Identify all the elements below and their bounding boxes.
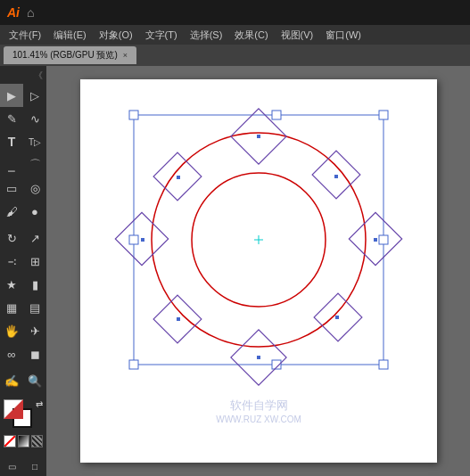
mesh-tool[interactable]: ▦ xyxy=(0,296,23,319)
tool-row-bottom: ▭ □ xyxy=(0,455,46,476)
touch-type-tool[interactable]: T▷ xyxy=(23,130,46,153)
svg-text:WWW.RUZ XW.COM: WWW.RUZ XW.COM xyxy=(216,414,301,424)
tool-row-2: ✎ ∿ xyxy=(0,107,46,130)
toolbar: 《 ▶ ▷ ✎ ∿ T T▷ ⎯ ⌒ ▭ ◎ 🖌 ● ↻ ↗ xyxy=(0,66,46,476)
svg-rect-5 xyxy=(379,111,388,119)
paintbrush-tool[interactable]: 🖌 xyxy=(0,200,23,223)
pattern-icon[interactable] xyxy=(31,435,43,447)
swap-fill-stroke[interactable]: ⇄ xyxy=(36,399,43,409)
svg-line-1 xyxy=(4,436,15,447)
warp-tool[interactable]: ∹ xyxy=(0,250,23,273)
main-area: 《 ▶ ▷ ✎ ∿ T T▷ ⎯ ⌒ ▭ ◎ 🖌 ● ↻ ↗ xyxy=(0,66,470,476)
stroke-color[interactable] xyxy=(12,408,32,428)
type-tool[interactable]: T xyxy=(0,130,23,153)
svg-rect-24 xyxy=(335,316,339,319)
design-svg: 软件自学网 WWW.RUZ XW.COM xyxy=(80,79,437,463)
svg-rect-22 xyxy=(334,175,338,178)
tool-row-4: ⎯ ⌒ xyxy=(0,153,46,176)
tool-row-12: ∞ ◼ xyxy=(0,342,46,365)
select-tool[interactable]: ▶ xyxy=(0,84,23,107)
svg-rect-6 xyxy=(129,235,138,244)
svg-rect-25 xyxy=(257,356,260,359)
tool-row-8: ∹ ⊞ xyxy=(0,250,46,273)
svg-text:软件自学网: 软件自学网 xyxy=(229,398,287,412)
color-swatches: ⇄ xyxy=(0,396,46,451)
symbol-sprayer-tool[interactable]: ★ xyxy=(0,273,23,296)
menu-text[interactable]: 文字(T) xyxy=(140,27,183,44)
direct-select-tool[interactable]: ▷ xyxy=(23,84,46,107)
ellipse-tool[interactable]: ◎ xyxy=(23,176,46,200)
home-icon[interactable]: ⌂ xyxy=(27,5,34,20)
tool-row-3: T T▷ xyxy=(0,130,46,153)
menu-bar: 文件(F) 编辑(E) 对象(O) 文字(T) 选择(S) 效果(C) 视图(V… xyxy=(0,25,470,45)
gradient-tool[interactable]: ▤ xyxy=(23,296,46,319)
no-fill-svg xyxy=(4,436,15,447)
gradient-icon[interactable] xyxy=(18,435,29,447)
titlebar: Ai ⌂ xyxy=(0,0,470,25)
tab-close-button[interactable]: × xyxy=(123,51,128,60)
rotate-tool[interactable]: ↻ xyxy=(0,226,23,250)
line-tool[interactable]: ⎯ xyxy=(0,153,23,176)
tab-label: 101.41% (RGB/GPU 预览) xyxy=(12,49,118,62)
pen-tool[interactable]: ✎ xyxy=(0,107,23,130)
svg-rect-23 xyxy=(374,238,377,242)
eyedropper-tool[interactable]: 🖐 xyxy=(0,319,23,342)
tool-row-1: ▶ ▷ xyxy=(0,84,46,107)
menu-select[interactable]: 选择(S) xyxy=(185,27,228,44)
svg-rect-21 xyxy=(257,135,260,138)
measure-tool[interactable]: ✈ xyxy=(23,319,46,342)
menu-effect[interactable]: 效果(C) xyxy=(229,27,273,44)
rect-tool[interactable]: ▭ xyxy=(0,176,23,200)
document-tab[interactable]: 101.41% (RGB/GPU 预览) × xyxy=(4,46,136,64)
menu-edit[interactable]: 编辑(E) xyxy=(48,27,92,44)
tool-row-6: 🖌 ● xyxy=(0,200,46,223)
no-color-icon[interactable] xyxy=(4,435,16,447)
free-transform-tool[interactable]: ⊞ xyxy=(23,250,46,273)
menu-object[interactable]: 对象(O) xyxy=(94,27,138,44)
tool-row-13: ✍ 🔍 xyxy=(0,369,46,392)
drawing-modes[interactable]: ▭ xyxy=(0,455,23,476)
tool-row-7: ↻ ↗ xyxy=(0,226,46,250)
tool-row-9: ★ ▮ xyxy=(0,273,46,296)
screen-mode[interactable]: □ xyxy=(23,455,46,476)
canvas: 软件自学网 WWW.RUZ XW.COM xyxy=(80,79,437,463)
svg-rect-26 xyxy=(177,317,180,321)
tool-row-5: ▭ ◎ xyxy=(0,176,46,200)
hand-tool[interactable]: ✍ xyxy=(0,369,23,392)
svg-rect-3 xyxy=(129,111,138,119)
blend-tool[interactable]: ∞ xyxy=(0,342,23,365)
curvature-tool[interactable]: ∿ xyxy=(23,107,46,130)
canvas-area: 软件自学网 WWW.RUZ XW.COM xyxy=(46,66,470,476)
menu-view[interactable]: 视图(V) xyxy=(276,27,319,44)
svg-rect-8 xyxy=(129,360,138,369)
menu-file[interactable]: 文件(F) xyxy=(4,27,46,44)
arc-tool[interactable]: ⌒ xyxy=(23,153,46,176)
scale-tool[interactable]: ↗ xyxy=(23,226,46,250)
collapse-icon: 《 xyxy=(34,70,43,82)
tool-row-11: 🖐 ✈ xyxy=(0,319,46,342)
tool-row-10: ▦ ▤ xyxy=(0,296,46,319)
blob-brush-tool[interactable]: ● xyxy=(23,200,46,223)
zoom-tool[interactable]: 🔍 xyxy=(23,369,46,392)
svg-rect-10 xyxy=(379,360,388,369)
svg-rect-7 xyxy=(379,235,388,244)
svg-rect-4 xyxy=(272,111,281,119)
live-paint-tool[interactable]: ◼ xyxy=(23,342,46,365)
svg-rect-28 xyxy=(177,176,180,179)
ai-logo: Ai xyxy=(7,5,20,20)
column-graph-tool[interactable]: ▮ xyxy=(23,273,46,296)
svg-rect-27 xyxy=(141,238,144,242)
toolbar-collapse[interactable]: 《 xyxy=(0,68,46,84)
color-mode-icons xyxy=(4,435,43,447)
tabbar: 101.41% (RGB/GPU 预览) × xyxy=(0,45,470,66)
menu-window[interactable]: 窗口(W) xyxy=(320,27,367,44)
